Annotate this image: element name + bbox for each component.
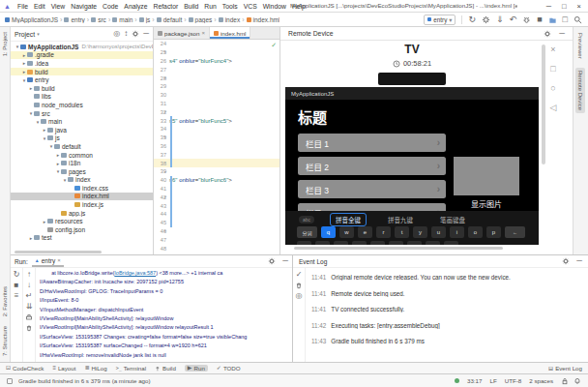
device-manager-icon[interactable] <box>548 15 557 24</box>
tree-row[interactable]: ▸.idea <box>11 59 153 68</box>
circle-button[interactable]: ○ <box>547 82 559 94</box>
tool-strip-tab-favorites[interactable]: 2: Favorites <box>2 286 8 316</box>
tree-row[interactable]: ▸test <box>11 234 153 243</box>
tool-strip-tab-project[interactable]: 1: Project <box>2 32 8 56</box>
code-line[interactable]: 38 <box>154 159 279 167</box>
hide-icon[interactable]: ─ <box>559 30 565 38</box>
code-line[interactable]: 39 <box>154 167 279 176</box>
code-line[interactable]: 36 <box>154 142 279 151</box>
ime-key-s[interactable]: s <box>315 241 330 245</box>
horizontal-scrollbar[interactable] <box>15 251 102 253</box>
tree-row[interactable]: ▸build <box>11 84 153 93</box>
restart-icon[interactable]: ↶ <box>510 15 517 24</box>
menu-refactor[interactable]: Refactor <box>151 3 182 10</box>
wrap-icon[interactable]: ↵ <box>26 292 33 300</box>
code-line[interactable]: 45 <box>154 219 279 227</box>
ime-key-a[interactable]: a <box>297 241 311 245</box>
breadcrumb-item[interactable]: entry <box>64 16 84 23</box>
ime-key-q[interactable]: q <box>321 226 336 238</box>
ime-key-h[interactable]: h <box>389 241 403 245</box>
tool-window-button-todo[interactable]: ✓TODO <box>217 365 241 372</box>
ime-key-f[interactable]: f <box>352 241 367 245</box>
code-line[interactable]: 48 <box>154 244 279 253</box>
tree-row[interactable]: ▾main <box>11 117 153 126</box>
code-line[interactable]: 27 <box>154 65 279 74</box>
code-line[interactable]: 47 <box>154 235 279 244</box>
menu-run[interactable]: Run <box>201 3 219 10</box>
code-line[interactable]: 26s4" onblur="blurFunc4"> <box>154 57 279 66</box>
run-console[interactable]: at libcore.io.IoBridge.write(IoBridge.ja… <box>36 268 292 362</box>
tool-window-button-codecheck[interactable]: ⊡CodeCheck <box>6 365 44 372</box>
ime-tab[interactable]: 笔画键盘 <box>434 213 471 226</box>
tree-row[interactable]: ▾js <box>11 134 153 143</box>
collapse-icon[interactable]: ↕ <box>124 30 128 38</box>
hide-icon[interactable]: ─ <box>282 257 288 265</box>
tool-window-button-terminal[interactable]: >_Terminal <box>116 365 146 372</box>
tv-screen[interactable]: MyApplicationJS 标题 栏目 1›栏目 2›栏目 3›栏目 4› … <box>285 87 539 245</box>
maximize-button[interactable]: □ <box>562 2 567 11</box>
remote-device-title[interactable]: Remote Device <box>288 30 333 37</box>
mark-read-icon[interactable]: ✓ <box>296 271 303 279</box>
code-line[interactable]: 31 <box>154 100 279 108</box>
filter-icon[interactable]: ◎ <box>296 292 303 300</box>
code-line[interactable]: 35 <box>154 134 279 142</box>
event-log-entry[interactable]: 11:42Executing tasks: [entry:assembleDeb… <box>311 322 582 329</box>
event-log-entries[interactable]: 11:41Original remote device released. Yo… <box>306 268 588 362</box>
settings-icon[interactable] <box>544 30 551 38</box>
code-line[interactable]: 37 <box>154 150 279 159</box>
tv-list-item[interactable]: 栏目 1› <box>298 134 446 152</box>
ime-key-k[interactable]: k <box>426 241 440 245</box>
tree-row[interactable]: index.hml <box>11 193 153 201</box>
breadcrumb-item[interactable]: MyApplicationJS <box>5 16 58 23</box>
code-line[interactable]: 24 <box>154 40 279 48</box>
tool-window-switcher-icon[interactable] <box>7 378 13 384</box>
breadcrumb-item[interactable]: index <box>219 16 241 23</box>
tool-window-button-build[interactable]: Build <box>155 365 176 372</box>
ime-language-badge[interactable]: abc <box>299 216 314 223</box>
ime-tab[interactable]: 拼音全键 <box>330 213 367 226</box>
tree-row[interactable]: ▾src <box>11 109 153 118</box>
breadcrumb-item[interactable]: main <box>112 16 132 23</box>
menu-navigate[interactable]: Navigate <box>68 3 100 10</box>
ime-key-u[interactable]: u <box>431 226 446 238</box>
ime-key-i[interactable]: i <box>450 226 464 238</box>
close-button[interactable]: × <box>577 2 581 11</box>
up-icon[interactable]: ↑ <box>27 271 31 279</box>
trash-icon[interactable] <box>25 324 33 332</box>
scroll-end-icon[interactable]: ⇊ <box>26 303 33 311</box>
window-button[interactable]: □ <box>547 63 559 74</box>
ime-key-t[interactable]: t <box>395 226 409 238</box>
stop-icon[interactable]: ■ <box>15 282 19 289</box>
code-line[interactable]: 34 <box>154 125 279 134</box>
line-separator[interactable]: LF <box>489 377 496 384</box>
tree-row[interactable]: ▸build <box>11 68 153 76</box>
ime-key-r[interactable]: r <box>376 226 391 238</box>
vertical-scrollbar[interactable] <box>542 45 545 164</box>
tree-row[interactable]: ▾entry <box>11 75 153 84</box>
fold-marker-icon[interactable]: ▸ <box>164 49 166 54</box>
code-line[interactable]: 33s5" onblur="blurFunc5"> <box>154 116 279 125</box>
settings-icon[interactable] <box>562 257 570 265</box>
tool-window-button-run[interactable]: ▶Run <box>185 365 208 372</box>
event-log-entry[interactable]: 11:41Remote device being used. <box>311 290 582 297</box>
code-line[interactable]: 32 <box>154 107 279 116</box>
menu-analyze[interactable]: Analyze <box>121 3 150 10</box>
search-icon[interactable] <box>573 15 582 24</box>
ime-key-g[interactable]: g <box>370 241 385 245</box>
tree-row[interactable]: app.js <box>11 209 153 218</box>
fold-marker-icon[interactable]: ▸ <box>164 228 166 233</box>
ime-tab[interactable]: 拼音九键 <box>382 213 419 226</box>
tree-row[interactable]: ▾index <box>11 176 153 185</box>
breadcrumb-item[interactable]: default <box>157 16 183 23</box>
ime-key-分词[interactable]: 分词 <box>297 226 317 238</box>
settings-icon[interactable] <box>268 257 276 265</box>
tree-row[interactable]: ▸common <box>11 151 153 160</box>
tree-row[interactable]: index.css <box>11 184 153 193</box>
down-icon[interactable]: ↓ <box>27 282 31 289</box>
caret-position[interactable]: 33:17 <box>467 377 482 384</box>
chevron-down-icon[interactable]: ▾ <box>37 31 40 37</box>
breadcrumb-item[interactable]: js <box>139 16 151 23</box>
code-line[interactable]: 40s6" onblur="blurFunc6"> <box>154 176 279 185</box>
code-line[interactable]: 28 <box>154 74 279 82</box>
breadcrumb-item[interactable]: src <box>91 16 106 23</box>
